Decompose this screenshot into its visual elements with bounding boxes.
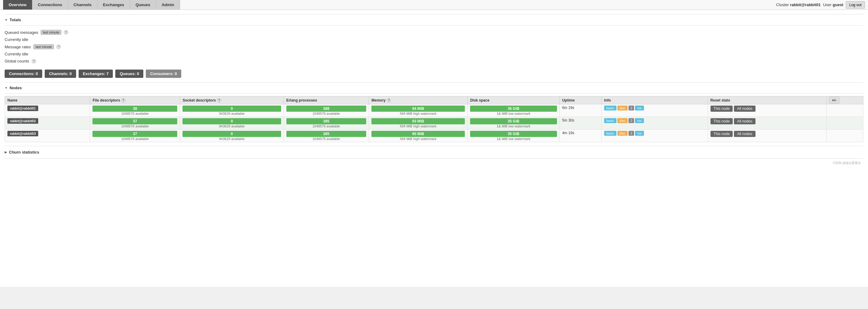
tab-exchanges[interactable]: Exchanges [97,0,130,9]
last-minute-badge-2[interactable]: last minute [33,44,54,49]
tab-connections[interactable]: Connections [32,0,68,9]
col-memory: Memory ? [369,96,468,104]
consumers-count-button[interactable]: Consumers: 0 [146,70,181,78]
info-basic-badge[interactable]: basic [604,118,617,123]
memory-bar: 93 MiB [371,118,465,124]
totals-section-header[interactable]: ▼ Totals [5,16,863,24]
node-name-badge[interactable]: rabbit@rabbit03 [7,131,38,136]
socket-desc-bar: 0 [183,118,281,124]
memory-sub: 584 MiB high watermark [371,137,465,141]
info-cell: basic disc 2 rss [601,104,708,117]
info-disc-badge[interactable]: disc [617,106,628,110]
col-socket-desc: Socket descriptors ? [180,96,284,104]
count-buttons-row: Connections: 0 Channels: 0 Exchanges: 7 … [5,66,863,81]
info-disc-badge[interactable]: disc [617,118,628,123]
erlang-proc-cell: 385 1048576 available [284,117,369,130]
this-node-button[interactable]: This node [711,118,733,124]
disk-bar: 35 GiB [470,118,557,124]
this-node-button[interactable]: This node [711,106,733,112]
nodes-title: Nodes [9,85,22,90]
socket-desc-bar: 0 [183,106,281,112]
disk-cell: 35 GiB 1& MiB low watermark [468,117,559,130]
file-desc-cell: 38 1048576 available [90,104,180,117]
info-rss-badge[interactable]: rss [635,131,644,136]
file-desc-sub: 1048576 available [92,137,177,141]
erlang-proc-bar: 385 [286,131,366,137]
file-desc-cell: 37 1048576 available [90,117,180,130]
uptime-value: 6m 19s [562,106,574,110]
tab-channels[interactable]: Channels [68,0,98,9]
plus-minus-button[interactable]: +/- [829,97,840,104]
action-buttons: This node All nodes [711,131,824,137]
disk-sub: 1& MiB low watermark [470,137,557,141]
totals-title: Totals [9,18,21,22]
all-nodes-button[interactable]: All nodes [734,131,755,137]
all-nodes-button[interactable]: All nodes [734,106,755,112]
file-desc-bar: 38 [92,106,177,112]
disk-sub: 1& MiB low watermark [470,112,557,115]
info-basic-badge[interactable]: basic [604,106,617,110]
channels-count-button[interactable]: Channels: 0 [45,70,76,78]
info-num-badge: 2 [628,131,634,136]
col-plus-minus[interactable]: +/- [827,96,863,104]
footer-watermark: CSDN @端光爱爱伙 [5,160,863,167]
uptime-cell: 4m 19s [559,130,601,142]
info-num-badge: 2 [628,106,634,110]
tab-admin[interactable]: Admin [156,0,180,9]
node-name-badge[interactable]: rabbit@rabbit01 [7,106,38,111]
memory-cell: 90 MiB 584 MiB high watermark [369,130,468,142]
action-buttons: This node All nodes [711,118,824,124]
message-rates-label: Message rates [5,45,31,49]
currently-idle-1-row: Currently idle [5,36,863,43]
file-desc-cell: 37 1048576 available [90,130,180,142]
info-disc-badge[interactable]: disc [617,131,628,136]
col-info: Info [601,96,708,104]
memory-cell: 94 MiB 584 MiB high watermark [369,104,468,117]
nodes-table: Name File descriptors ? Socket descripto… [5,96,863,142]
message-rates-help-icon[interactable]: ? [56,45,61,49]
file-desc-sub: 1048576 available [92,112,177,115]
info-rss-badge[interactable]: rss [635,106,644,110]
nodes-section-header[interactable]: ▼ Nodes [5,84,863,92]
tab-overview[interactable]: Overview [3,0,32,9]
socket-desc-cell: 0 943629 available [180,104,284,117]
socket-desc-help-icon[interactable]: ? [217,98,221,102]
socket-desc-cell: 0 943629 available [180,130,284,142]
queues-count-button[interactable]: Queues: 0 [115,70,143,78]
global-counts-row: Global counts ? [5,58,863,65]
info-cell: basic disc 2 rss [601,117,708,130]
logout-button[interactable]: Log out [846,1,865,9]
connections-count-button[interactable]: Connections: 0 [5,70,42,78]
nodes-arrow-icon: ▼ [5,86,8,90]
memory-cell: 93 MiB 584 MiB high watermark [369,117,468,130]
col-name: Name [5,96,90,104]
node-name-cell: rabbit@rabbit03 [5,130,90,142]
erlang-proc-sub: 1048576 available [286,137,366,141]
info-basic-badge[interactable]: basic [604,131,617,136]
queued-messages-help-icon[interactable]: ? [64,30,68,34]
queued-messages-row: Queued messages last minute ? [5,29,863,36]
this-node-button[interactable]: This node [711,131,733,137]
extra-cell [827,117,863,130]
all-nodes-button[interactable]: All nodes [734,118,755,124]
node-name-cell: rabbit@rabbit01 [5,104,90,117]
node-name-badge[interactable]: rabbit@rabbit02 [7,118,38,124]
churn-section-header[interactable]: ▶ Churn statistics [5,147,863,157]
file-desc-help-icon[interactable]: ? [121,98,125,102]
reset-stats-cell: This node All nodes [708,104,827,117]
global-counts-label: Global counts [5,59,29,63]
socket-desc-sub: 943629 available [183,137,281,141]
socket-desc-sub: 943629 available [183,124,281,128]
last-minute-badge-1[interactable]: last minute [41,30,61,35]
node-name-cell: rabbit@rabbit02 [5,117,90,130]
memory-bar: 90 MiB [371,131,465,137]
exchanges-count-button[interactable]: Exchanges: 7 [79,70,113,78]
erlang-proc-sub: 1048576 available [286,112,366,115]
erlang-proc-sub: 1048576 available [286,124,366,128]
disk-cell: 35 GiB 1& MiB low watermark [468,104,559,117]
global-counts-help-icon[interactable]: ? [32,59,36,63]
reset-stats-cell: This node All nodes [708,117,827,130]
memory-help-icon[interactable]: ? [386,98,391,102]
tab-queues[interactable]: Queues [130,0,156,9]
info-rss-badge[interactable]: rss [635,118,644,123]
